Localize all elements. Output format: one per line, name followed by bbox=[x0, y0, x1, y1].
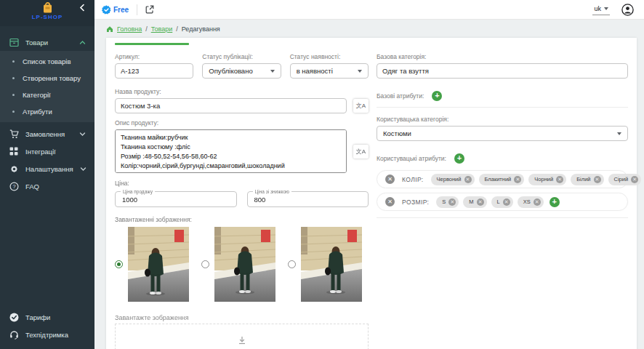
discount-price-input[interactable] bbox=[254, 196, 362, 204]
image-option-1 bbox=[115, 227, 189, 302]
app-window: LP-SHOP Товари Список товарів bbox=[0, 0, 644, 349]
add-base-attribute-button[interactable]: + bbox=[432, 91, 442, 101]
product-photo-3[interactable] bbox=[301, 227, 362, 302]
image-dropzone[interactable] bbox=[115, 324, 369, 349]
uploaded-images-label: Завантаженні зображення: bbox=[115, 216, 369, 223]
uploaded-images-row bbox=[115, 227, 369, 302]
language-select[interactable]: uk bbox=[592, 4, 610, 15]
attribute-chip: Чорний✕ bbox=[528, 174, 566, 185]
base-category-label: Базова категорія: bbox=[377, 53, 628, 60]
sidebar-nav: Товари Список товарів Створення товару К… bbox=[0, 33, 94, 195]
sidebar-item-label: Створення товару bbox=[23, 74, 81, 82]
plan-badge[interactable]: Free bbox=[102, 5, 129, 15]
content: Головна / Товари / Редагування Артикул: bbox=[94, 20, 644, 349]
stock-status-select[interactable]: в наявності bbox=[290, 63, 369, 79]
chip-label: XS bbox=[523, 198, 531, 205]
description-label: Опис продукту: bbox=[115, 119, 369, 127]
chevron-down-icon bbox=[79, 131, 86, 137]
sidebar-item-tariffs[interactable]: Тарифи bbox=[0, 308, 94, 326]
remove-chip-icon[interactable]: ✕ bbox=[594, 176, 601, 183]
add-custom-attribute-button[interactable]: + bbox=[454, 153, 464, 164]
sidebar-item-support[interactable]: Техпідтримка bbox=[0, 326, 94, 343]
active-tab-indicator bbox=[115, 43, 189, 45]
attribute-chip: Сірий✕ bbox=[608, 174, 642, 185]
remove-attribute-icon[interactable]: ✕ bbox=[385, 197, 395, 206]
image-radio-3[interactable] bbox=[288, 260, 296, 268]
sidebar-item-label: Атрибути bbox=[23, 108, 52, 116]
attribute-row-size: ✕ РОЗМІР: S✕ M✕ L✕ XS✕ + bbox=[377, 193, 628, 211]
custom-category-select[interactable]: Костюми bbox=[377, 126, 628, 141]
image-radio-1[interactable] bbox=[115, 260, 123, 268]
sidebar-item-categories[interactable]: Категорії bbox=[0, 87, 94, 103]
discount-price-field: Ціна зі знижкою bbox=[247, 191, 369, 207]
user-avatar-icon[interactable] bbox=[621, 4, 634, 16]
breadcrumb-home-link[interactable]: Головна bbox=[117, 25, 142, 33]
custom-category-label: Користувацька категорія: bbox=[377, 116, 628, 123]
sidebar-item-orders[interactable]: Замовлення bbox=[0, 125, 94, 143]
attribute-chip: M✕ bbox=[463, 196, 486, 208]
sidebar-item-label: Налаштування bbox=[25, 165, 73, 173]
download-icon bbox=[238, 336, 246, 345]
topbar-right: uk bbox=[592, 4, 634, 16]
add-attribute-value-button[interactable]: + bbox=[550, 197, 560, 207]
sidebar-item-integrations[interactable]: Інтеграції bbox=[0, 143, 94, 160]
remove-chip-icon[interactable]: ✕ bbox=[448, 198, 456, 206]
shopping-bag-logo-icon bbox=[41, 2, 54, 13]
translate-icon[interactable]: 文A bbox=[353, 99, 369, 113]
sidebar-item-label: FAQ bbox=[25, 182, 39, 190]
sidebar-item-label: Замовлення bbox=[25, 130, 65, 138]
help-circle-icon: ? bbox=[9, 181, 19, 191]
remove-chip-icon[interactable]: ✕ bbox=[556, 176, 563, 183]
svg-text:?: ? bbox=[12, 183, 15, 190]
divider bbox=[377, 217, 628, 218]
edit-product-card: Артикул: Статус публікації: Опубліковано bbox=[106, 38, 637, 349]
image-option-2 bbox=[201, 227, 275, 302]
remove-chip-icon[interactable]: ✕ bbox=[514, 176, 521, 183]
sale-price-input[interactable] bbox=[122, 196, 230, 204]
stock-status-label: Статус наявності: bbox=[290, 53, 369, 60]
attribute-values: Червоний✕ Блакитний✕ Чорний✕ Білий✕ Сіри… bbox=[431, 174, 619, 185]
base-category-input[interactable] bbox=[377, 63, 628, 79]
sidebar: LP-SHOP Товари Список товарів bbox=[0, 0, 94, 349]
chip-label: Білий bbox=[576, 176, 590, 182]
custom-attributes-label: Користувацькі атрибути: bbox=[377, 155, 446, 162]
sidebar-item-create-product[interactable]: Створення товару bbox=[0, 70, 94, 87]
breadcrumb-current: Редагування bbox=[182, 25, 220, 33]
price-label: Ціна: bbox=[115, 180, 369, 187]
attribute-chip: Блакитний✕ bbox=[479, 174, 525, 185]
product-photo-1[interactable] bbox=[128, 227, 189, 302]
image-radio-2[interactable] bbox=[201, 260, 209, 268]
logo-text: LP-SHOP bbox=[32, 14, 63, 20]
attribute-chip: Червоний✕ bbox=[431, 174, 475, 185]
sidebar-item-faq[interactable]: ? FAQ bbox=[0, 177, 94, 195]
sidebar-item-product-list[interactable]: Список товарів bbox=[0, 53, 94, 70]
sidebar-item-label: Категорії bbox=[23, 91, 51, 99]
sku-input[interactable] bbox=[115, 63, 193, 79]
box-icon bbox=[9, 37, 19, 47]
breadcrumb-products-link[interactable]: Товари bbox=[151, 25, 173, 33]
remove-chip-icon[interactable]: ✕ bbox=[477, 198, 484, 206]
remove-attribute-icon[interactable]: ✕ bbox=[385, 174, 395, 184]
remove-chip-icon[interactable]: ✕ bbox=[631, 176, 638, 183]
divider bbox=[377, 107, 628, 108]
publish-status-select[interactable]: Опубліковано bbox=[202, 63, 281, 79]
publish-status-label: Статус публікації: bbox=[202, 53, 281, 60]
remove-chip-icon[interactable]: ✕ bbox=[503, 198, 510, 206]
translate-icon[interactable]: 文A bbox=[353, 145, 369, 159]
product-photo-2[interactable] bbox=[214, 227, 275, 302]
sidebar-item-settings[interactable]: Налаштування bbox=[0, 160, 94, 177]
gear-icon bbox=[9, 164, 19, 174]
description-textarea[interactable]: Тканина майки:рубчик Тканина костюму :фл… bbox=[115, 129, 347, 173]
caret-down-icon bbox=[358, 70, 362, 73]
remove-chip-icon[interactable]: ✕ bbox=[534, 198, 541, 206]
remove-chip-icon[interactable]: ✕ bbox=[464, 176, 472, 183]
headset-icon bbox=[9, 329, 19, 340]
product-name-input[interactable] bbox=[115, 98, 347, 113]
sidebar-collapse-icon[interactable] bbox=[79, 4, 87, 12]
sidebar-item-attributes[interactable]: Атрибути bbox=[0, 103, 94, 120]
sidebar-item-products[interactable]: Товари bbox=[0, 33, 94, 51]
sale-price-floating-label: Ціна продажу bbox=[121, 189, 155, 194]
chip-label: Блакитний bbox=[485, 176, 512, 182]
product-name-label: Назва продукту: bbox=[115, 88, 369, 95]
open-external-icon[interactable] bbox=[145, 5, 154, 14]
